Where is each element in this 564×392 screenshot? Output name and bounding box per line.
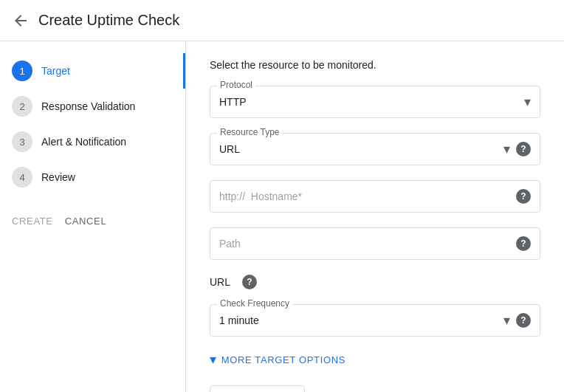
hostname-help-icon[interactable]: ? (516, 189, 531, 204)
content-panel: Select the resource to be monitored. Pro… (186, 41, 564, 392)
resource-type-select[interactable]: URL Instance App Engine (219, 143, 501, 155)
create-button[interactable]: CREATE (12, 213, 53, 230)
check-frequency-select[interactable]: 1 minute 5 minutes 10 minutes 15 minutes (219, 314, 501, 326)
step-circle-3: 3 (12, 131, 32, 152)
path-field-row: ? (210, 227, 540, 260)
protocol-field-group: Protocol HTTP HTTPS TCP ▾ (210, 86, 540, 118)
check-frequency-field-group: Check Frequency 1 minute 5 minutes 10 mi… (210, 304, 540, 337)
step-circle-4: 4 (12, 167, 32, 188)
protocol-select[interactable]: HTTP HTTPS TCP (219, 96, 521, 108)
sidebar-item-target[interactable]: 1 Target (0, 53, 185, 89)
check-frequency-help-icon[interactable]: ? (516, 313, 531, 328)
check-frequency-label: Check Frequency (217, 298, 292, 309)
url-label-row: URL ? (210, 275, 540, 289)
resource-type-label: Resource Type (217, 127, 283, 137)
hostname-field-row: ? (210, 180, 540, 213)
path-input[interactable] (219, 238, 510, 250)
path-field-group: ? (210, 227, 540, 260)
step-label-target: Target (41, 65, 70, 77)
content-subtitle: Select the resource to be monitored. (210, 59, 540, 71)
sidebar-actions: CREATE CANCEL (0, 201, 185, 241)
check-frequency-field-row: 1 minute 5 minutes 10 minutes 15 minutes… (210, 304, 540, 337)
more-target-options-link[interactable]: ▾ MORE TARGET OPTIONS (210, 351, 540, 368)
url-help-icon[interactable]: ? (242, 275, 257, 289)
sidebar-item-review[interactable]: 4 Review (0, 159, 185, 195)
hostname-field-group: ? (210, 180, 540, 213)
check-frequency-chevron-icon: ▾ (503, 312, 510, 329)
resource-type-field-row: URL Instance App Engine ▾ ? (210, 133, 540, 165)
sidebar: 1 Target 2 Response Validation 3 Alert &… (0, 41, 186, 392)
expand-icon: ▾ (210, 351, 217, 368)
path-help-icon[interactable]: ? (516, 236, 531, 251)
hostname-input[interactable] (219, 190, 510, 202)
url-label: URL (210, 276, 230, 288)
step-label-response-validation: Response Validation (41, 100, 135, 112)
continue-button[interactable]: CONTINUE (210, 385, 305, 392)
step-circle-1: 1 (12, 61, 32, 81)
page-title: Create Uptime Check (38, 12, 179, 29)
back-button[interactable] (12, 12, 30, 30)
resource-type-chevron-icon: ▾ (503, 141, 510, 157)
protocol-field-row: HTTP HTTPS TCP ▾ (210, 86, 540, 118)
protocol-label: Protocol (217, 80, 255, 90)
resource-type-select-wrapper[interactable]: URL Instance App Engine ▾ (219, 141, 510, 157)
step-label-alert-notification: Alert & Notification (41, 136, 126, 148)
step-circle-2: 2 (12, 96, 32, 117)
resource-type-field-group: Resource Type URL Instance App Engine ▾ … (210, 133, 540, 165)
protocol-chevron-icon: ▾ (524, 94, 531, 110)
resource-type-help-icon[interactable]: ? (516, 142, 531, 157)
cancel-button[interactable]: CANCEL (65, 213, 107, 230)
sidebar-item-alert-notification[interactable]: 3 Alert & Notification (0, 124, 185, 159)
step-label-review: Review (41, 171, 75, 183)
check-frequency-select-wrapper[interactable]: 1 minute 5 minutes 10 minutes 15 minutes… (219, 312, 510, 329)
more-target-options-label: MORE TARGET OPTIONS (221, 354, 345, 365)
protocol-select-wrapper[interactable]: HTTP HTTPS TCP ▾ (219, 94, 531, 110)
sidebar-item-response-validation[interactable]: 2 Response Validation (0, 89, 185, 124)
